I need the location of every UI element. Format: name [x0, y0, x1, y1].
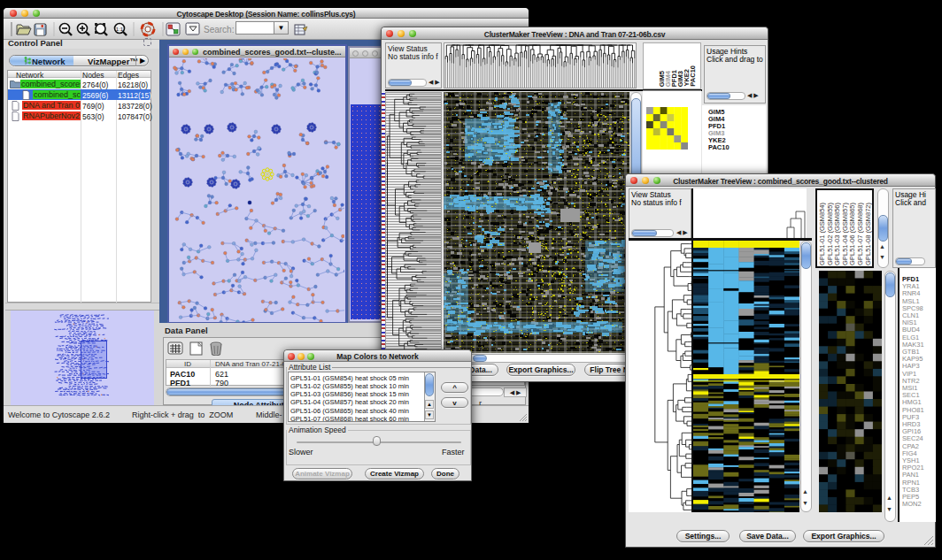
svg-text:1:1: 1:1	[116, 27, 124, 32]
svg-text:Search:: Search:	[204, 25, 234, 35]
